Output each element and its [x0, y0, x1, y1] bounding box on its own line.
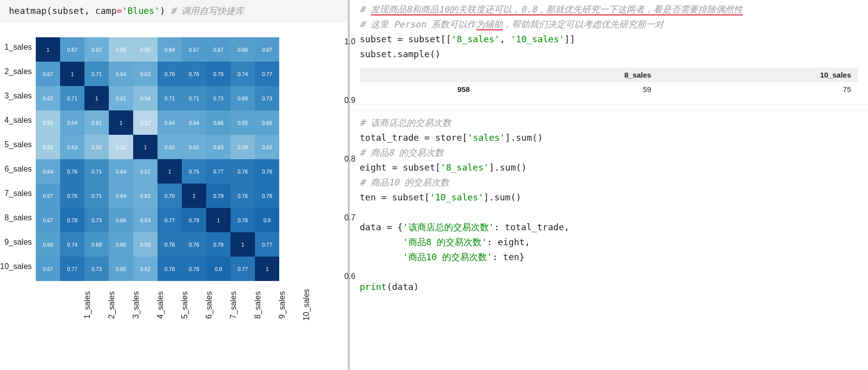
- heatmap-cell: 0.62: [182, 135, 206, 159]
- heatmap-cell: 0.62: [133, 159, 158, 184]
- right-pane: # 发现商品8和商品10的关联度还可以，0.8，那就优先研究一下这两者，看是否需…: [350, 0, 868, 370]
- heatmap-cell: 0.63: [206, 135, 231, 159]
- heatmap-cell: 0.71: [84, 159, 109, 184]
- heatmap-cell: 0.66: [109, 208, 133, 232]
- heatmap-cell: 0.76: [182, 232, 206, 257]
- heatmap-cell: 0.67: [182, 37, 206, 62]
- heatmap-cell: 0.75: [182, 159, 206, 184]
- heatmap-cell: 0.75: [158, 184, 182, 208]
- heatmap-cell: 0.78: [206, 232, 231, 257]
- heatmap-cell: 0.78: [206, 62, 231, 86]
- heatmap-cell: 1: [182, 184, 206, 208]
- cell-separator: [350, 104, 868, 110]
- heatmap-cell: 0.73: [206, 86, 231, 110]
- heatmap-cell: 0.64: [109, 159, 133, 184]
- heatmap-cell: 0.58: [133, 86, 158, 110]
- heatmap-cell: 0.78: [255, 159, 279, 184]
- heatmap-cell: 0.65: [109, 232, 133, 257]
- heatmap-cell: 0.67: [36, 62, 60, 86]
- heatmap-cell: 0.59: [231, 135, 255, 159]
- table-row: 9585975: [360, 82, 858, 96]
- heatmap-cell: 0.67: [36, 184, 60, 208]
- heatmap-cell: 1: [231, 232, 255, 257]
- heatmap-cell: 0.8: [255, 208, 279, 232]
- heatmap-cell: 0.58: [84, 135, 109, 159]
- heatmap-plot: 1_sales2_sales3_sales4_sales5_sales6_sal…: [0, 22, 348, 370]
- heatmap-cell: 0.78: [182, 257, 206, 281]
- heatmap-cell: 1: [84, 86, 109, 110]
- heatmap-cell: 0.71: [84, 62, 109, 86]
- col-header: 8_sales: [477, 68, 658, 82]
- heatmap-cell: 0.59: [133, 232, 158, 257]
- heatmap-cell: 0.71: [84, 184, 109, 208]
- output-table: 8_sales10_sales 9585975: [360, 68, 858, 96]
- heatmap-cell: 0.65: [255, 110, 279, 135]
- heatmap-cell: 0.65: [231, 110, 255, 135]
- heatmap-cell: 0.64: [36, 159, 60, 184]
- heatmap-cell: 0.76: [231, 184, 255, 208]
- heatmap-cell: 0.69: [231, 86, 255, 110]
- heatmap-cell: 0.64: [60, 110, 84, 135]
- heatmap-cell: 0.64: [109, 62, 133, 86]
- heatmap-cell: 0.77: [60, 257, 84, 281]
- code-cell-right-2: # 该商店总的交易次数 total_trade = store['sales']…: [350, 110, 868, 299]
- heatmap-cell: 0.69: [84, 232, 109, 257]
- heatmap-cell: 0.76: [182, 62, 206, 86]
- heatmap-cell: 0.63: [133, 208, 158, 232]
- heatmap-cell: 0.64: [158, 110, 182, 135]
- col-header: 10_sales: [658, 68, 858, 82]
- heatmap-cell: 0.76: [158, 232, 182, 257]
- heatmap-cell: 0.8: [206, 257, 231, 281]
- heatmap-cell: 0.64: [109, 184, 133, 208]
- heatmap-cell: 0.71: [60, 86, 84, 110]
- heatmap-cell: 1: [60, 62, 84, 86]
- heatmap-cell: 0.55: [36, 110, 60, 135]
- underline-annotation: 发现商品8和商品10的关联度还可以，0.8，那就优先研究一下这两者，看是否需要排…: [371, 4, 743, 15]
- heatmap-cell: 0.79: [206, 184, 231, 208]
- heatmap-cell: 0.61: [84, 110, 109, 135]
- heatmap-cell: 0.77: [206, 159, 231, 184]
- heatmap-cell: 1: [36, 37, 60, 62]
- heatmap-cell: 0.78: [158, 257, 182, 281]
- heatmap-cell: 0.76: [60, 184, 84, 208]
- heatmap-cell: 0.64: [182, 110, 206, 135]
- heatmap-cell: 0.55: [36, 135, 60, 159]
- heatmap-cell: 0.77: [255, 232, 279, 257]
- heatmap-cell: 0.78: [255, 184, 279, 208]
- heatmap-cell: 0.55: [133, 37, 158, 62]
- heatmap-cell: 0.67: [206, 37, 231, 62]
- heatmap-cell: 0.55: [109, 37, 133, 62]
- heatmap-cell: 0.62: [36, 86, 60, 110]
- left-pane: heatmap(subset, camp='Blues') # 调用自写快捷库 …: [0, 0, 350, 370]
- heatmap-cell: 0.66: [231, 37, 255, 62]
- heatmap-cell: 0.67: [60, 37, 84, 62]
- heatmap-cell: 0.52: [133, 110, 158, 135]
- x-axis-labels: 1_sales2_sales3_sales4_sales5_sales6_sal…: [83, 285, 326, 325]
- heatmap-cell: 0.63: [60, 135, 84, 159]
- heatmap-cell: 0.73: [84, 257, 109, 281]
- heatmap-cell: 1: [158, 159, 182, 184]
- underline-annotation: 为辅助: [476, 19, 503, 30]
- heatmap-cell: 0.62: [133, 184, 158, 208]
- heatmap-cell: 0.71: [182, 86, 206, 110]
- heatmap-cell: 1: [206, 208, 231, 232]
- fn-name: heatmap: [9, 5, 47, 16]
- heatmap-cell: 0.77: [231, 257, 255, 281]
- heatmap-cell: 0.79: [182, 208, 206, 232]
- heatmap-cell: 0.52: [109, 135, 133, 159]
- heatmap-cell: 0.76: [158, 62, 182, 86]
- heatmap-cell: 0.73: [84, 208, 109, 232]
- heatmap-cell: 0.65: [109, 257, 133, 281]
- heatmap-cell: 0.74: [231, 62, 255, 86]
- heatmap-cell: 1: [255, 257, 279, 281]
- y-axis-labels: 1_sales2_sales3_sales4_sales5_sales6_sal…: [0, 35, 36, 278]
- heatmap-cell: 0.66: [206, 110, 231, 135]
- heatmap-cell: 0.67: [36, 257, 60, 281]
- heatmap-cell: 0.62: [133, 257, 158, 281]
- heatmap-cell: 0.62: [255, 135, 279, 159]
- heatmap-cell: 0.63: [133, 62, 158, 86]
- heatmap-cell: 1: [109, 110, 133, 135]
- heatmap-cell: 0.67: [36, 208, 60, 232]
- heatmap-grid: 10.670.620.550.550.640.670.670.660.670.6…: [36, 37, 326, 281]
- heatmap-cell: 0.62: [158, 135, 182, 159]
